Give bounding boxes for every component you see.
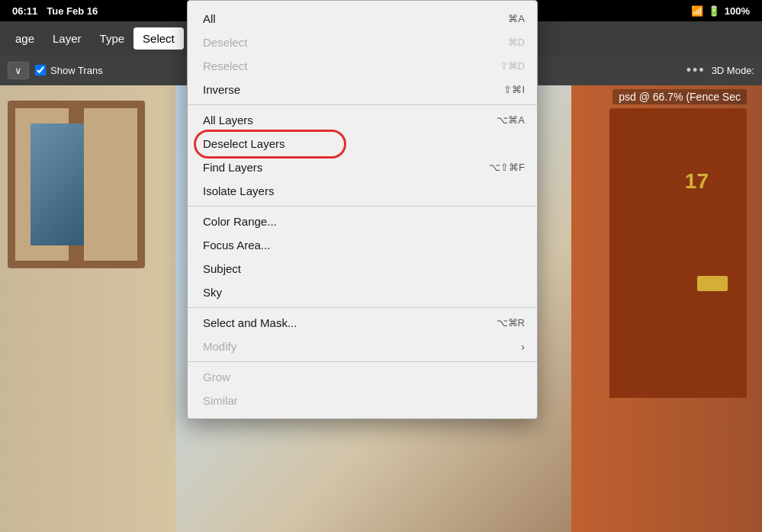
menu-item-focus-area[interactable]: Focus Area... xyxy=(188,233,537,257)
menu-group-4: Select and Mask... ⌥⌘R Modify › xyxy=(188,308,537,362)
menu-item-select[interactable]: Select xyxy=(133,27,184,50)
toolbar-dropdown[interactable]: ∨ xyxy=(8,62,29,79)
dropdown-arrow: ∨ xyxy=(14,65,22,76)
door-number: 17 xyxy=(685,169,709,194)
status-bar-right: 📶 🔋 100% xyxy=(691,5,750,17)
menu-item-inverse[interactable]: Inverse ⇧⌘I xyxy=(188,78,537,101)
menu-item-similar: Similar xyxy=(188,389,537,412)
window-glass xyxy=(31,123,122,245)
battery-level: 100% xyxy=(725,5,750,17)
menu-item-grow: Grow xyxy=(188,365,537,389)
menu-item-all[interactable]: All ⌘A xyxy=(188,7,537,30)
wifi-icon: 📶 xyxy=(691,5,703,17)
door-mail-slot xyxy=(697,276,728,291)
toolbar-more-button[interactable]: ••• xyxy=(686,62,706,79)
window-shutters xyxy=(8,101,145,268)
date: Tue Feb 16 xyxy=(47,5,98,17)
menu-item-sky[interactable]: Sky xyxy=(188,280,537,304)
select-dropdown-menu: All ⌘A Deselect ⌘D Reselect ⇧⌘D Inverse … xyxy=(187,0,538,419)
menu-group-1: All ⌘A Deselect ⌘D Reselect ⇧⌘D Inverse … xyxy=(188,4,537,105)
menu-group-5: Grow Similar xyxy=(188,362,537,415)
menu-item-modify: Modify › xyxy=(188,335,537,358)
show-trans-toggle[interactable]: Show Trans xyxy=(35,65,103,76)
menu-item-color-range[interactable]: Color Range... xyxy=(188,210,537,233)
menu-item-isolate-layers[interactable]: Isolate Layers xyxy=(188,179,537,203)
menu-item-reselect: Reselect ⇧⌘D xyxy=(188,54,537,78)
menu-item-find-layers[interactable]: Find Layers ⌥⇧⌘F xyxy=(188,155,537,179)
scene-right: 17 xyxy=(571,85,762,532)
show-trans-label: Show Trans xyxy=(50,65,103,76)
show-trans-checkbox[interactable] xyxy=(35,65,46,75)
toolbar-3d-mode: 3D Mode: xyxy=(712,65,754,76)
menu-group-2: All Layers ⌥⌘A Deselect Layers Find Laye… xyxy=(188,105,537,207)
menu-item-all-layers[interactable]: All Layers ⌥⌘A xyxy=(188,108,537,132)
status-bar-left: 06:11 Tue Feb 16 xyxy=(12,5,98,17)
menu-item-deselect-layers[interactable]: Deselect Layers xyxy=(188,132,537,155)
menu-item-image[interactable]: age xyxy=(6,27,43,50)
battery-icon: 🔋 xyxy=(708,5,720,17)
document-title: psd @ 66.7% (Fence Sec xyxy=(612,89,747,104)
door-frame: 17 xyxy=(609,108,747,398)
menu-item-type[interactable]: Type xyxy=(91,27,134,50)
menu-item-layer[interactable]: Layer xyxy=(43,27,91,50)
menu-item-select-and-mask[interactable]: Select and Mask... ⌥⌘R xyxy=(188,311,537,335)
menu-item-deselect: Deselect ⌘D xyxy=(188,30,537,54)
modify-arrow-icon: › xyxy=(521,340,525,353)
menu-group-3: Color Range... Focus Area... Subject Sky xyxy=(188,207,537,308)
scene-left xyxy=(0,85,175,532)
time: 06:11 xyxy=(12,5,37,17)
menu-item-subject[interactable]: Subject xyxy=(188,257,537,280)
